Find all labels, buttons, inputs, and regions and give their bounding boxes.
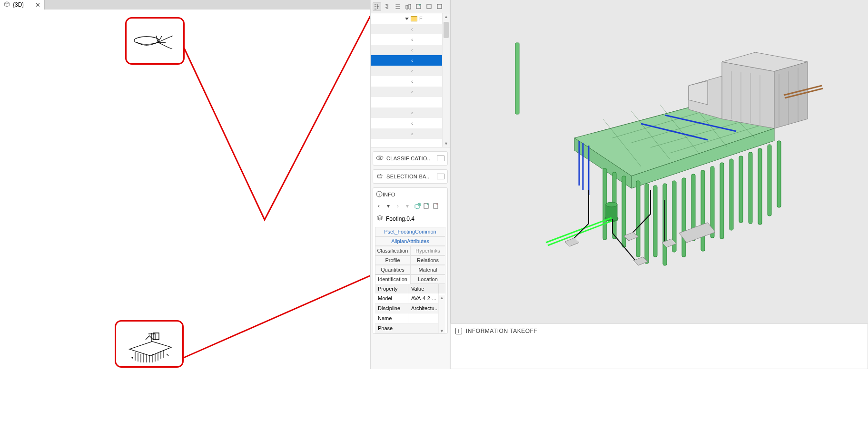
property-row[interactable]: Phase [375,323,445,333]
tree-row[interactable] [371,97,442,108]
panel-window-icon[interactable] [437,156,444,161]
tab-material[interactable]: Material [410,265,445,274]
classification-panel-header[interactable]: CLASSIFICATIO.. [373,151,448,166]
tree-scrollbar[interactable]: ▲ ▼ [442,13,450,147]
tree-row[interactable]: ‹ [371,108,442,118]
svg-rect-26 [758,148,762,225]
information-takeoff-panel: i INFORMATION TAKEOFF [450,323,868,369]
panel-window-icon[interactable] [437,174,444,179]
tab-profile[interactable]: Profile [375,255,410,265]
svg-rect-13 [636,181,640,257]
tree-toolbar-btn-1[interactable] [373,2,381,11]
tab-relations[interactable]: Relations [410,255,445,265]
scroll-up-icon[interactable]: ▲ [440,295,444,300]
tree-toolbar-btn-5[interactable] [414,2,423,11]
svg-rect-24 [739,156,743,223]
tree-toolbar-btn-2[interactable] [383,2,392,11]
tree-toolbar-btn-4[interactable] [404,2,413,11]
svg-point-5 [376,156,383,160]
sketch-top [132,32,180,53]
tab-pset-footing[interactable]: Pset_FootingCommon [375,227,445,236]
svg-point-34 [606,202,617,207]
cube-icon [4,1,10,9]
nav-cube-add-icon[interactable] [413,202,421,210]
tree-rows: F ‹ ‹ ‹ ‹ ‹ ‹ ‹ ‹ ‹ ‹ [371,13,442,147]
svg-point-6 [379,157,381,159]
tree-folder-row[interactable]: F [371,13,442,24]
nav-next-icon[interactable]: › [394,202,402,210]
tree-toolbar-btn-7[interactable] [435,2,444,11]
scroll-down-icon[interactable]: ▼ [440,329,444,333]
property-row[interactable]: Model AVA-4-2-... [375,293,445,303]
info-panel-header[interactable]: INFO [375,190,445,201]
svg-rect-25 [749,152,752,224]
svg-rect-14 [645,184,649,264]
tree-folder-label: F [419,16,423,21]
info-tabs: Pset_FootingCommon AllplanAttributes Cla… [375,227,445,284]
folder-icon [411,16,417,21]
svg-point-1 [132,357,133,358]
tree-row[interactable]: ‹ [371,76,442,87]
close-icon[interactable]: ✕ [35,1,40,9]
tree-toolbar [371,0,450,13]
scroll-up-icon[interactable]: ▲ [444,14,448,19]
nav-clipboard-add-icon[interactable] [423,202,430,210]
view-tab-bar: {3D} ✕ [0,0,370,10]
sketch-bottom [125,329,177,363]
tree-row[interactable]: ‹ [371,87,442,97]
info-square-icon: i [455,328,462,334]
tab-location[interactable]: Location [410,274,445,284]
tree-row[interactable]: ‹ [371,45,442,55]
svg-rect-23 [730,159,733,230]
svg-rect-4 [437,4,442,9]
basket-icon [376,173,384,180]
annotation-box-bottom [115,320,184,368]
eye-icon [376,155,384,162]
info-icon [376,191,383,198]
selection-basket-panel-header[interactable]: SELECTION BA.. [373,169,448,184]
svg-rect-27 [768,145,771,216]
property-row[interactable]: Name [375,313,445,323]
tree-toolbar-btn-3[interactable] [394,2,402,11]
tab-allplan-attributes[interactable]: AllplanAttributes [375,236,445,246]
svg-rect-20 [701,170,705,251]
info-nav: ‹ ▾ › ▾ [375,201,445,213]
view-tab-3d[interactable]: {3D} ✕ [0,0,45,10]
tab-quantities[interactable]: Quantities [375,265,410,274]
property-header: Property Value [375,284,445,293]
nav-prev-icon[interactable]: ‹ [375,202,383,210]
property-scrollbar[interactable]: ▲ ▼ [439,295,445,333]
property-grid: Property Value Model AVA-4-2-... Discipl… [375,283,445,333]
svg-rect-15 [653,186,657,257]
col-value: Value [408,284,439,293]
tab-identification[interactable]: Identification [375,274,410,284]
info-panel: INFO ‹ ▾ › ▾ Footing.0.4 Ps [373,187,448,334]
nav-clipboard-remove-icon[interactable] [432,202,440,210]
nav-dropdown-icon[interactable]: ▾ [385,202,392,210]
expand-caret-icon[interactable] [405,18,409,20]
right-3d-viewport[interactable] [450,0,868,323]
tree-row[interactable]: ‹ [371,66,442,76]
tree-toolbar-btn-6[interactable] [425,2,434,11]
left-3d-canvas[interactable] [0,10,370,369]
svg-rect-3 [427,4,431,9]
selection-basket-label: SELECTION BA.. [386,174,429,179]
model-3d-render [451,0,868,323]
nav-dropdown-icon[interactable]: ▾ [404,202,411,210]
info-label: INFO [383,192,395,197]
info-object-name: Footing.0.4 [386,215,414,222]
svg-rect-18 [682,178,686,257]
information-takeoff-title: INFORMATION TAKEOFF [466,328,537,334]
tab-hyperlinks[interactable]: Hyperlinks [410,246,445,255]
tree-row-selected[interactable]: ‹ [371,55,442,66]
svg-rect-22 [720,163,724,239]
property-row[interactable]: Discipline Architectu... [375,303,445,313]
model-tree[interactable]: F ‹ ‹ ‹ ‹ ‹ ‹ ‹ ‹ ‹ ‹ ▲ ▼ [371,13,450,147]
tree-row[interactable]: ‹ [371,34,442,45]
tree-row[interactable]: ‹ [371,24,442,34]
tree-row[interactable]: ‹ [371,128,442,139]
information-takeoff-header[interactable]: i INFORMATION TAKEOFF [451,324,868,338]
tree-row[interactable]: ‹ [371,118,442,128]
tab-classification[interactable]: Classification [375,246,410,255]
scroll-down-icon[interactable]: ▼ [444,141,448,146]
